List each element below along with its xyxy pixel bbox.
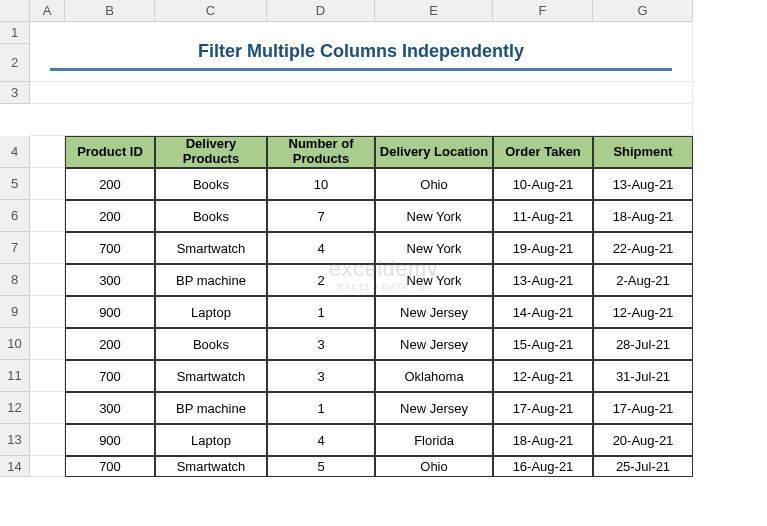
table-cell[interactable]: 200 — [65, 328, 155, 360]
th-number-products[interactable]: Number of Products — [267, 136, 375, 168]
table-cell[interactable]: 12-Aug-21 — [593, 296, 693, 328]
table-cell[interactable]: 10 — [267, 168, 375, 200]
table-cell[interactable]: New Jersey — [375, 296, 493, 328]
table-cell[interactable]: 14-Aug-21 — [493, 296, 593, 328]
cell-a4[interactable] — [30, 136, 65, 168]
table-cell[interactable]: Smartwatch — [155, 232, 267, 264]
row-header-13[interactable]: 13 — [0, 424, 30, 456]
table-cell[interactable]: 11-Aug-21 — [493, 200, 593, 232]
table-cell[interactable]: 700 — [65, 360, 155, 392]
row-header-14[interactable]: 14 — [0, 456, 30, 477]
table-cell[interactable]: 28-Jul-21 — [593, 328, 693, 360]
table-cell[interactable]: 17-Aug-21 — [493, 392, 593, 424]
table-cell[interactable]: Laptop — [155, 424, 267, 456]
table-cell[interactable]: 4 — [267, 232, 375, 264]
table-cell[interactable]: 900 — [65, 296, 155, 328]
table-cell[interactable]: 4 — [267, 424, 375, 456]
table-cell[interactable]: 300 — [65, 264, 155, 296]
col-header-b[interactable]: B — [65, 0, 155, 22]
cell-a5[interactable] — [30, 168, 65, 200]
row-header-5[interactable]: 5 — [0, 168, 30, 200]
table-cell[interactable]: 17-Aug-21 — [593, 392, 693, 424]
table-cell[interactable]: 13-Aug-21 — [493, 264, 593, 296]
table-cell[interactable]: 18-Aug-21 — [493, 424, 593, 456]
table-cell[interactable]: 18-Aug-21 — [593, 200, 693, 232]
table-cell[interactable]: 3 — [267, 360, 375, 392]
th-shipment[interactable]: Shipment — [593, 136, 693, 168]
table-cell[interactable]: Oklahoma — [375, 360, 493, 392]
table-cell[interactable]: 700 — [65, 232, 155, 264]
table-cell[interactable]: 200 — [65, 200, 155, 232]
col-header-a[interactable]: A — [30, 0, 65, 22]
table-cell[interactable]: 22-Aug-21 — [593, 232, 693, 264]
table-cell[interactable]: 7 — [267, 200, 375, 232]
table-cell[interactable]: 31-Jul-21 — [593, 360, 693, 392]
table-cell[interactable]: 700 — [65, 456, 155, 477]
table-cell[interactable]: 5 — [267, 456, 375, 477]
table-cell[interactable]: New York — [375, 232, 493, 264]
cell-a7[interactable] — [30, 232, 65, 264]
table-cell[interactable]: Books — [155, 328, 267, 360]
cell-a13[interactable] — [30, 424, 65, 456]
cell-a6[interactable] — [30, 200, 65, 232]
table-cell[interactable]: New Jersey — [375, 328, 493, 360]
row-header-11[interactable]: 11 — [0, 360, 30, 392]
col-header-f[interactable]: F — [493, 0, 593, 22]
table-cell[interactable]: 1 — [267, 392, 375, 424]
table-cell[interactable]: BP machine — [155, 264, 267, 296]
table-cell[interactable]: Florida — [375, 424, 493, 456]
row-header-6[interactable]: 6 — [0, 200, 30, 232]
table-cell[interactable]: 900 — [65, 424, 155, 456]
table-cell[interactable]: 25-Jul-21 — [593, 456, 693, 477]
row-header-8[interactable]: 8 — [0, 264, 30, 296]
table-cell[interactable]: 12-Aug-21 — [493, 360, 593, 392]
table-cell[interactable]: 19-Aug-21 — [493, 232, 593, 264]
table-cell[interactable]: Laptop — [155, 296, 267, 328]
cell-empty-3[interactable] — [30, 82, 693, 104]
table-cell[interactable]: Ohio — [375, 168, 493, 200]
table-cell[interactable]: Smartwatch — [155, 360, 267, 392]
cell-empty[interactable] — [30, 104, 693, 136]
table-cell[interactable]: BP machine — [155, 392, 267, 424]
table-cell[interactable]: 300 — [65, 392, 155, 424]
table-cell[interactable]: 10-Aug-21 — [493, 168, 593, 200]
table-cell[interactable]: 16-Aug-21 — [493, 456, 593, 477]
cell-a10[interactable] — [30, 328, 65, 360]
col-header-c[interactable]: C — [155, 0, 267, 22]
cell-a8[interactable] — [30, 264, 65, 296]
table-cell[interactable]: Smartwatch — [155, 456, 267, 477]
table-cell[interactable]: 1 — [267, 296, 375, 328]
table-cell[interactable]: New Jersey — [375, 392, 493, 424]
row-header-7[interactable]: 7 — [0, 232, 30, 264]
table-cell[interactable]: 2 — [267, 264, 375, 296]
table-cell[interactable]: New York — [375, 200, 493, 232]
table-cell[interactable]: 13-Aug-21 — [593, 168, 693, 200]
table-cell[interactable]: 2-Aug-21 — [593, 264, 693, 296]
row-header-2[interactable]: 2 — [0, 44, 30, 82]
row-header-3[interactable]: 3 — [0, 82, 30, 104]
th-delivery-products[interactable]: Delivery Products — [155, 136, 267, 168]
th-order-taken[interactable]: Order Taken — [493, 136, 593, 168]
row-header-12[interactable]: 12 — [0, 392, 30, 424]
cell-a9[interactable] — [30, 296, 65, 328]
row-header-10[interactable]: 10 — [0, 328, 30, 360]
row-header-4[interactable]: 4 — [0, 136, 30, 168]
table-cell[interactable]: 15-Aug-21 — [493, 328, 593, 360]
cell-a14[interactable] — [30, 456, 65, 477]
th-delivery-location[interactable]: Delivery Location — [375, 136, 493, 168]
table-cell[interactable]: New York — [375, 264, 493, 296]
table-cell[interactable]: Ohio — [375, 456, 493, 477]
row-header-1[interactable]: 1 — [0, 22, 30, 44]
table-cell[interactable]: Books — [155, 168, 267, 200]
corner-cell[interactable] — [0, 0, 30, 22]
table-cell[interactable]: Books — [155, 200, 267, 232]
th-product-id[interactable]: Product ID — [65, 136, 155, 168]
title-cell[interactable]: Filter Multiple Columns Independently — [30, 22, 693, 82]
table-cell[interactable]: 200 — [65, 168, 155, 200]
cell-a11[interactable] — [30, 360, 65, 392]
row-header-9[interactable]: 9 — [0, 296, 30, 328]
table-cell[interactable]: 20-Aug-21 — [593, 424, 693, 456]
table-cell[interactable]: 3 — [267, 328, 375, 360]
cell-a12[interactable] — [30, 392, 65, 424]
col-header-e[interactable]: E — [375, 0, 493, 22]
